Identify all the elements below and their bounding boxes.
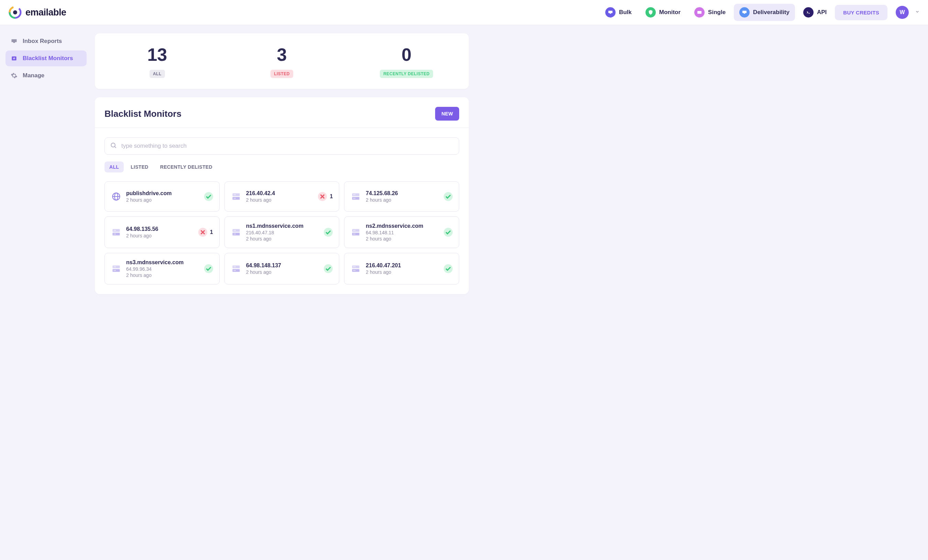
monitor-card[interactable]: ns3.mdnsservice.com 64.99.96.34 2 hours … bbox=[104, 253, 220, 285]
svg-point-40 bbox=[234, 234, 234, 234]
check-icon bbox=[444, 264, 453, 273]
sidebar: Inbox ReportsBlacklist MonitorsManage bbox=[0, 25, 92, 302]
monitor-card[interactable]: ns2.mdnsservice.com 64.98.148.11 2 hours… bbox=[344, 216, 459, 248]
svg-point-57 bbox=[235, 266, 235, 267]
svg-rect-15 bbox=[232, 197, 240, 199]
svg-point-9 bbox=[111, 143, 115, 147]
svg-point-39 bbox=[235, 230, 235, 231]
svg-point-50 bbox=[114, 266, 114, 267]
monitor-time: 2 hours ago bbox=[126, 272, 199, 278]
svg-point-56 bbox=[234, 266, 234, 267]
monitor-card[interactable]: ns1.mdnsservice.com 216.40.47.18 2 hours… bbox=[224, 216, 340, 248]
nav-label: Single bbox=[708, 9, 725, 16]
monitor-time: 2 hours ago bbox=[246, 269, 319, 275]
monitor-card[interactable]: 216.40.47.201 2 hours ago bbox=[344, 253, 459, 285]
monitor-name: 64.98.135.56 bbox=[126, 226, 194, 232]
stat-value: 0 bbox=[344, 46, 469, 64]
buy-credits-button[interactable]: BUY CREDITS bbox=[835, 5, 887, 20]
monitor-time: 2 hours ago bbox=[246, 197, 313, 203]
svg-rect-29 bbox=[113, 233, 120, 235]
chevron-down-icon[interactable] bbox=[915, 9, 920, 15]
monitors-card: Blacklist Monitors NEW ALLLISTEDRECENTLY… bbox=[95, 97, 469, 294]
top-nav: BulkMonitorSingleDeliverabilityAPIBUY CR… bbox=[600, 4, 920, 21]
stat-value: 3 bbox=[220, 46, 344, 64]
svg-point-45 bbox=[355, 230, 356, 231]
monitor-name: ns3.mdnsservice.com bbox=[126, 259, 199, 266]
server-icon bbox=[231, 263, 241, 274]
check-icon bbox=[324, 264, 333, 273]
filter-pill-all[interactable]: ALL bbox=[104, 161, 124, 172]
monitor-name: 64.98.148.137 bbox=[246, 262, 319, 269]
monitor-card[interactable]: 64.98.148.137 2 hours ago bbox=[224, 253, 340, 285]
server-icon bbox=[351, 191, 361, 202]
svg-point-52 bbox=[114, 270, 114, 271]
nav-api[interactable]: API bbox=[798, 4, 832, 21]
filter-pill-listed[interactable]: LISTED bbox=[126, 161, 153, 172]
monitor-card[interactable]: 216.40.42.4 2 hours ago 1 bbox=[224, 181, 340, 212]
svg-rect-14 bbox=[232, 193, 240, 196]
x-icon bbox=[198, 228, 207, 237]
check-icon bbox=[204, 192, 213, 201]
svg-point-24 bbox=[353, 195, 354, 195]
svg-point-27 bbox=[355, 198, 356, 199]
monitor-time: 2 hours ago bbox=[366, 236, 439, 242]
nav-label: Bulk bbox=[619, 9, 632, 16]
sidebar-item-label: Blacklist Monitors bbox=[23, 55, 73, 62]
monitor-card[interactable]: publishdrive.com 2 hours ago bbox=[104, 181, 220, 212]
monitor-time: 2 hours ago bbox=[126, 233, 194, 239]
server-icon bbox=[231, 191, 241, 202]
terminal-icon bbox=[803, 7, 814, 18]
nav-monitor[interactable]: Monitor bbox=[640, 4, 686, 21]
sidebar-item-label: Manage bbox=[23, 72, 44, 79]
monitor-card[interactable]: 74.125.68.26 2 hours ago bbox=[344, 181, 459, 212]
svg-point-46 bbox=[353, 234, 354, 234]
stat-badge: ALL bbox=[150, 70, 165, 78]
monitors-grid: publishdrive.com 2 hours ago 216.40.42.4… bbox=[104, 181, 459, 285]
nav-single[interactable]: Single bbox=[689, 4, 731, 21]
nav-label: API bbox=[817, 9, 827, 16]
svg-rect-37 bbox=[232, 233, 240, 235]
check-icon bbox=[444, 192, 453, 201]
svg-point-30 bbox=[114, 230, 114, 231]
filter-pill-recently-delisted[interactable]: RECENTLY DELISTED bbox=[155, 161, 217, 172]
monitor-subtitle: 216.40.47.18 bbox=[246, 230, 319, 235]
stat-recently-delisted: 0RECENTLY DELISTED bbox=[344, 46, 469, 78]
nav-deliverability[interactable]: Deliverability bbox=[734, 4, 795, 21]
svg-point-19 bbox=[235, 198, 235, 199]
svg-point-62 bbox=[353, 266, 354, 267]
sidebar-item-manage[interactable]: Manage bbox=[6, 68, 87, 84]
globe-icon bbox=[111, 191, 121, 202]
logo-icon bbox=[8, 6, 22, 19]
nav-label: Monitor bbox=[659, 9, 681, 16]
logo-text: emailable bbox=[26, 7, 66, 18]
svg-rect-22 bbox=[352, 193, 360, 196]
svg-rect-42 bbox=[352, 229, 360, 232]
svg-rect-55 bbox=[232, 269, 240, 272]
check-icon bbox=[204, 264, 213, 273]
svg-point-31 bbox=[115, 230, 116, 231]
stats-card: 13ALL3LISTED0RECENTLY DELISTED bbox=[95, 33, 469, 89]
new-button[interactable]: NEW bbox=[435, 107, 459, 120]
monitor-card[interactable]: 64.98.135.56 2 hours ago 1 bbox=[104, 216, 220, 248]
stat-badge: RECENTLY DELISTED bbox=[380, 70, 433, 78]
blacklist-icon bbox=[10, 55, 18, 62]
filter-pills: ALLLISTEDRECENTLY DELISTED bbox=[104, 161, 459, 172]
envelope-icon bbox=[694, 7, 705, 18]
avatar[interactable]: W bbox=[896, 6, 909, 19]
svg-rect-4 bbox=[698, 11, 702, 14]
svg-point-33 bbox=[115, 234, 116, 234]
svg-point-38 bbox=[234, 230, 234, 231]
monitor-name: 216.40.47.201 bbox=[366, 262, 439, 269]
nav-bulk[interactable]: Bulk bbox=[600, 4, 637, 21]
logo[interactable]: emailable bbox=[8, 6, 66, 19]
svg-point-58 bbox=[234, 270, 234, 271]
monitor-time: 2 hours ago bbox=[246, 236, 319, 242]
sidebar-item-inbox-reports[interactable]: Inbox Reports bbox=[6, 33, 87, 49]
sidebar-item-blacklist-monitors[interactable]: Blacklist Monitors bbox=[6, 50, 87, 66]
monitors-header: Blacklist Monitors NEW bbox=[95, 97, 469, 128]
svg-point-41 bbox=[235, 234, 235, 234]
svg-line-10 bbox=[114, 146, 116, 148]
search-input[interactable] bbox=[104, 137, 459, 155]
svg-rect-49 bbox=[113, 269, 120, 272]
check-icon bbox=[324, 228, 333, 237]
